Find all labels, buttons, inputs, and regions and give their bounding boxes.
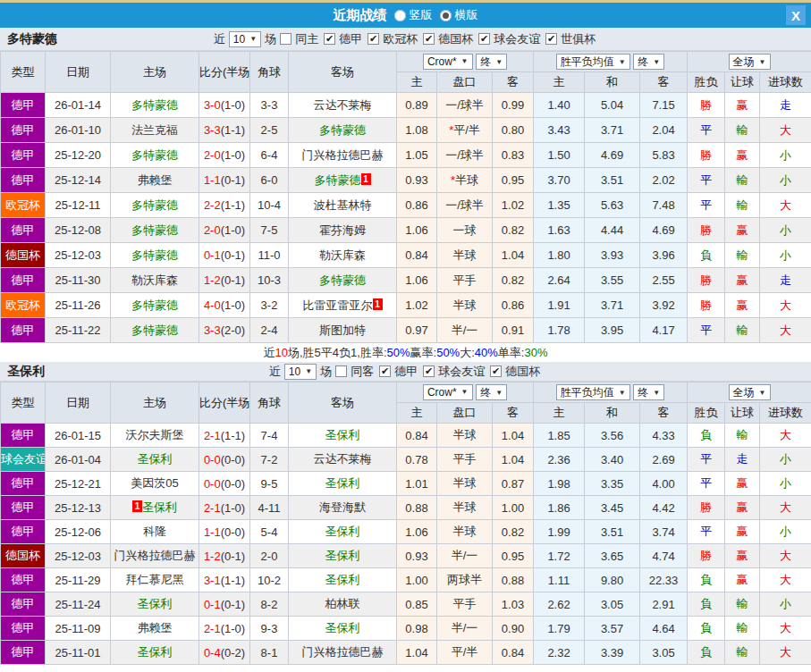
select-match-count[interactable]: 10▼ (284, 364, 317, 380)
checkbox-checked[interactable]: ✔ (545, 33, 557, 45)
avg-draw: 3.55 (585, 268, 640, 293)
score: 1-1(0-0) (199, 520, 250, 544)
avg-away: 4.74 (640, 544, 688, 568)
away-team: 多特蒙德 (289, 268, 397, 293)
close-icon[interactable]: X (786, 5, 806, 25)
home-team: 多特蒙德 (111, 318, 199, 343)
select-result-scope[interactable]: 全场▼ (729, 384, 771, 400)
match-date: 25-12-14 (46, 168, 111, 193)
avg-draw: 5.63 (585, 193, 640, 218)
result-goals: 大 (760, 424, 811, 448)
odds-home: 0.78 (397, 448, 437, 472)
checkbox-label: 球会友谊 (494, 31, 540, 47)
table-row: 德甲25-11-01圣保利0-4(0-2)8-1门兴格拉德巴赫1.04平/半0.… (1, 641, 811, 665)
result-wdl: 負 (688, 243, 725, 268)
away-team: 比雷亚雷亚尔1 (289, 293, 397, 318)
radio-selected-icon[interactable] (440, 10, 452, 21)
layout-radio-horizontal[interactable]: 横版 (440, 7, 478, 23)
score: 2-1(1-0) (199, 496, 250, 520)
avg-home: 2.64 (534, 268, 585, 293)
team-name: 门兴格拉德巴赫 (114, 549, 196, 562)
odds-away: 0.87 (493, 472, 534, 496)
avg-home: 1.98 (534, 472, 585, 496)
handicap-line: 半/一 (437, 617, 493, 641)
handicap-line: 半球 (437, 424, 493, 448)
avg-draw: 3.57 (585, 617, 640, 641)
handicap-text: 平/半 (453, 123, 480, 137)
fulltime-score: 3-1 (204, 574, 221, 587)
team-name: 弗赖堡 (138, 173, 173, 187)
select-bookmaker[interactable]: Crow*▼ (423, 54, 473, 70)
odds-away: 0.82 (493, 520, 534, 544)
section-bar: 圣保利近10▼场同客✔德甲✔球会友谊✔德国杯 (0, 362, 811, 382)
odds-away: 0.82 (493, 218, 534, 243)
competition-badge: 德甲 (1, 641, 46, 665)
checkbox-checked[interactable]: ✔ (423, 33, 435, 45)
checkbox-unchecked[interactable] (335, 365, 347, 377)
table-row: 德国杯25-12-03门兴格拉德巴赫1-2(0-1)2-0圣保利0.93半/一0… (1, 544, 811, 568)
select-avg-type[interactable]: 胜平负均值▼ (556, 54, 630, 70)
halftime-score: (0-1) (221, 550, 245, 563)
checkbox-unchecked[interactable] (280, 33, 291, 45)
home-team: 门兴格拉德巴赫 (111, 544, 199, 568)
select-result-scope[interactable]: 全场▼ (729, 54, 771, 70)
select-avg-type[interactable]: 胜平负均值▼ (556, 384, 630, 400)
score: 1-2(0-1) (199, 268, 250, 293)
checkbox-checked[interactable]: ✔ (324, 33, 335, 45)
fulltime-score: 1-2 (204, 273, 221, 287)
odds-home: 1.02 (397, 293, 437, 318)
layout-radio-vertical[interactable]: 竖版 (394, 7, 433, 23)
handicap-line: 一/球半 (437, 93, 493, 118)
checkbox-label: 欧冠杯 (383, 31, 418, 47)
select-odds-time[interactable]: 终▼ (476, 54, 507, 70)
handicap-line: 平/半 (437, 641, 493, 665)
avg-away: 4.33 (640, 424, 688, 448)
competition-badge: 德甲 (1, 268, 46, 293)
select-bookmaker[interactable]: Crow*▼ (423, 384, 473, 400)
odds-home: 0.84 (397, 243, 437, 268)
away-team: 圣保利 (289, 424, 397, 448)
select-match-count[interactable]: 10▼ (229, 31, 261, 47)
col-header: 日期 (46, 52, 111, 93)
match-date: 25-11-09 (46, 617, 111, 641)
handicap-line: 平手 (437, 592, 493, 617)
col-header: 角球 (250, 382, 289, 424)
checkbox-checked[interactable]: ✔ (478, 33, 490, 45)
away-team: 圣保利 (289, 544, 397, 568)
sub-col-header: 客 (493, 403, 534, 424)
odds-home: 0.88 (397, 496, 437, 520)
result-goals: 大 (760, 293, 811, 318)
select-odds-time[interactable]: 终▼ (476, 384, 507, 400)
fulltime-score: 3-3 (204, 323, 221, 337)
result-wdl: 勝 (688, 93, 725, 118)
checkbox-checked[interactable]: ✔ (379, 365, 391, 377)
odds-home: 0.93 (397, 168, 437, 193)
score: 2-0(1-0) (199, 143, 250, 168)
competition-badge: 德甲 (1, 168, 46, 193)
avg-draw: 3.51 (585, 520, 640, 544)
result-handicap: 輸 (725, 617, 760, 641)
handicap-line: 一球 (437, 218, 493, 243)
avg-away: 4.64 (640, 617, 688, 641)
table-row: 德甲26-01-14多特蒙德3-0(1-0)3-3云达不莱梅0.89一/球半0.… (1, 93, 811, 118)
halftime-score: (1-0) (221, 298, 245, 312)
team-name: 科隆 (143, 525, 166, 538)
team-name: 沃尔夫斯堡 (126, 428, 184, 441)
avg-home: 3.43 (534, 118, 585, 143)
handicap-line: 半/一 (437, 544, 493, 568)
checkbox-checked[interactable]: ✔ (490, 365, 502, 377)
checkbox-checked[interactable]: ✔ (423, 365, 435, 377)
summary-segment: 40% (475, 346, 498, 359)
corner-count: 6-4 (250, 143, 289, 168)
select-avg-time[interactable]: 终▼ (633, 384, 664, 400)
select-avg-time[interactable]: 终▼ (633, 54, 664, 70)
table-row: 欧冠杯25-12-11多特蒙德2-2(1-1)10-4波杜基林特0.86一/球半… (1, 193, 811, 218)
summary-segment: 30% (524, 346, 547, 359)
competition-badge: 德甲 (1, 318, 46, 343)
radio-icon[interactable] (394, 10, 406, 21)
fulltime-score: 0-0 (204, 453, 221, 466)
checkbox-checked[interactable]: ✔ (367, 33, 379, 45)
team-name: 圣保利 (138, 452, 173, 466)
competition-badge: 德甲 (1, 118, 46, 143)
handicap-line: 半球 (437, 496, 493, 520)
